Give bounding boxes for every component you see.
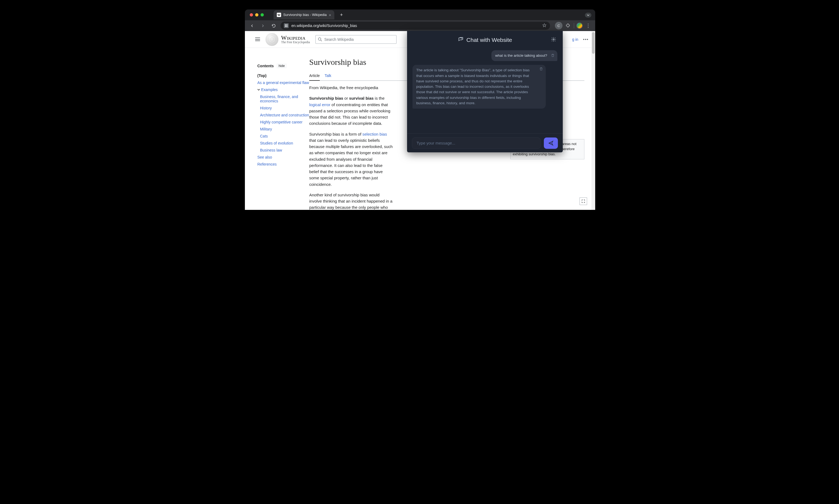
settings-icon[interactable]	[551, 37, 556, 43]
user-message-bubble: what is the article talking about?	[491, 50, 557, 61]
toc-item[interactable]: As a general experimental flaw	[257, 79, 309, 86]
tab-talk[interactable]: Talk	[325, 72, 331, 81]
wikipedia-wordmark: Wikipedia The Free Encyclopedia	[281, 35, 310, 44]
wikipedia-globe-icon	[265, 33, 278, 46]
message-row-user: what is the article talking about?	[413, 50, 557, 61]
tabs-row: W Survivorship bias - Wikipedia × +	[274, 10, 345, 19]
link-selection-bias[interactable]: selection bias	[363, 132, 387, 137]
intro-para-1: Survivorship bias or survival bias is th…	[309, 95, 393, 126]
chat-messages: what is the article talking about? The a…	[407, 49, 563, 133]
wordmark-bottom: The Free Encyclopedia	[281, 41, 310, 44]
browser-menu-icon[interactable]: ⋮	[584, 23, 592, 29]
close-window-button[interactable]	[250, 13, 253, 17]
wikipedia-favicon: W	[277, 13, 281, 17]
svg-rect-3	[286, 26, 287, 27]
toc-item[interactable]: Business, finance, and economics	[257, 93, 309, 105]
extensions-icon[interactable]	[564, 22, 572, 30]
chat-header: Chat with Website	[407, 31, 563, 49]
search-icon	[318, 37, 322, 41]
toc-item[interactable]: Military	[257, 126, 309, 132]
chat-title: Chat with Website	[467, 37, 512, 43]
bookmark-star-icon[interactable]	[542, 23, 547, 29]
send-button[interactable]	[544, 138, 558, 149]
search-placeholder: Search Wikipedia	[325, 37, 354, 41]
url-text: en.wikipedia.org/wiki/Survivorship_bias	[291, 23, 357, 28]
chat-input-row: Type your message...	[407, 133, 563, 152]
toc-hide-button[interactable]: hide	[277, 64, 287, 68]
close-tab-icon[interactable]: ×	[329, 13, 331, 17]
chat-panel: Chat with Website what is the article ta…	[407, 31, 563, 152]
search-input[interactable]: Search Wikipedia	[315, 35, 397, 44]
toc-header: Contents hide	[257, 64, 309, 68]
browser-tab[interactable]: W Survivorship bias - Wikipedia ×	[274, 10, 334, 19]
header-right-links: g in •••	[572, 37, 589, 41]
user-message-text: what is the article talking about?	[495, 53, 547, 57]
address-bar[interactable]: en.wikipedia.org/wiki/Survivorship_bias	[281, 22, 550, 30]
toc-item[interactable]: See also	[257, 154, 309, 161]
wikipedia-logo[interactable]: Wikipedia The Free Encyclopedia	[265, 33, 310, 46]
browser-toolbar: en.wikipedia.org/wiki/Survivorship_bias …	[245, 20, 595, 31]
toc-item[interactable]: References	[257, 161, 309, 168]
toc-item[interactable]: Highly competitive career	[257, 119, 309, 126]
profile-avatar[interactable]	[576, 22, 583, 29]
toc-label: Contents	[257, 64, 274, 68]
hamburger-menu-icon[interactable]	[255, 38, 260, 41]
svg-point-4	[318, 38, 321, 40]
site-info-icon[interactable]	[284, 23, 289, 28]
toc-list: (Top)As a general experimental flaw Exam…	[257, 72, 309, 168]
login-link[interactable]: g in	[572, 37, 578, 41]
wordmark-top: Wikipedia	[281, 35, 310, 41]
svg-rect-2	[285, 26, 286, 27]
toc-item[interactable]: History	[257, 105, 309, 111]
new-tab-button[interactable]: +	[337, 11, 345, 19]
delete-message-icon[interactable]	[539, 67, 543, 72]
window-controls	[245, 13, 264, 17]
svg-point-5	[553, 39, 554, 40]
chat-icon	[458, 37, 463, 43]
tabs-dropdown-button[interactable]	[585, 13, 591, 18]
term-2: survival bias	[349, 96, 374, 101]
chat-input-placeholder: Type your message...	[417, 141, 455, 145]
toc-item[interactable]: Architecture and construction	[257, 111, 309, 119]
svg-rect-1	[286, 24, 287, 26]
link-logical-error[interactable]: logical error	[309, 102, 330, 107]
term-1: Survivorship bias	[309, 96, 343, 101]
toc-item[interactable]: Studies of evolution	[257, 140, 309, 147]
toc-item[interactable]: Examples	[257, 86, 309, 93]
reload-button[interactable]	[270, 22, 277, 30]
chat-input[interactable]: Type your message...	[412, 138, 541, 149]
back-button[interactable]	[248, 22, 256, 30]
toc-item[interactable]: Cats	[257, 132, 309, 140]
svg-rect-0	[285, 24, 286, 26]
toc-item[interactable]: (Top)	[257, 72, 309, 79]
extensions-area: C ⋮	[555, 22, 592, 30]
maximize-window-button[interactable]	[261, 13, 264, 17]
fullscreen-button[interactable]	[579, 197, 587, 205]
bot-message-bubble: The article is talking about "Survivorsh…	[413, 65, 546, 109]
message-row-bot: The article is talking about "Survivorsh…	[413, 65, 557, 109]
intro-para-2: Survivorship bias is a form of selection…	[309, 131, 393, 187]
minimize-window-button[interactable]	[255, 13, 258, 17]
tab-article[interactable]: Article	[309, 72, 320, 81]
extension-badge-c[interactable]: C	[555, 22, 562, 30]
toc-item[interactable]: Business law	[257, 147, 309, 154]
forward-button[interactable]	[259, 22, 266, 30]
more-menu-icon[interactable]: •••	[583, 37, 589, 41]
toc-sidebar: Contents hide (Top)As a general experime…	[245, 48, 309, 210]
delete-message-icon[interactable]	[551, 53, 555, 59]
titlebar: W Survivorship bias - Wikipedia × +	[245, 10, 595, 20]
chevron-down-icon	[257, 88, 260, 92]
intro-para-3: Another kind of survivorship bias would …	[309, 192, 393, 210]
tab-title: Survivorship bias - Wikipedia	[283, 13, 327, 17]
bot-message-text: The article is talking about "Survivorsh…	[416, 68, 529, 105]
